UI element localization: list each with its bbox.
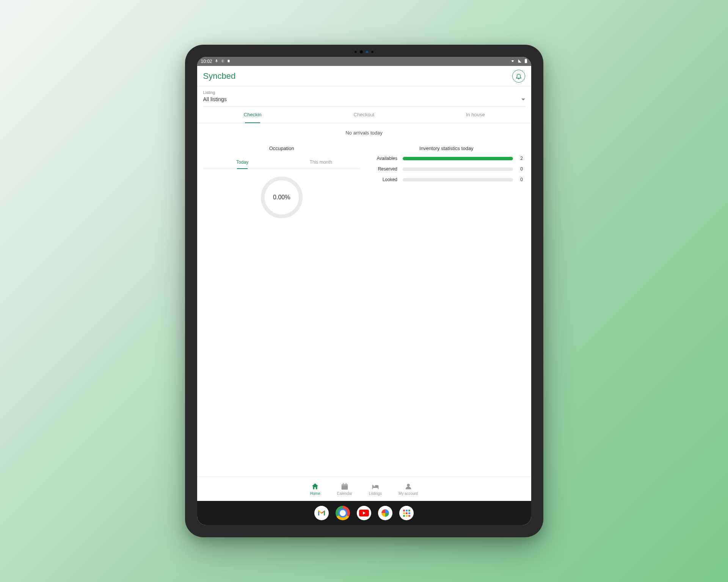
listing-dropdown[interactable]: All listings bbox=[203, 95, 525, 106]
chevron-down-icon bbox=[521, 99, 525, 100]
dock-youtube[interactable] bbox=[357, 506, 371, 520]
nav-listings[interactable]: Listings bbox=[366, 481, 385, 497]
nav-calendar-label: Calendar bbox=[337, 491, 353, 496]
status-tabs: Checkin Checkout In house bbox=[197, 106, 531, 123]
apps-grid-icon bbox=[403, 510, 410, 517]
person-icon bbox=[404, 482, 413, 491]
signal-icon bbox=[518, 59, 522, 64]
svg-rect-1 bbox=[228, 60, 229, 63]
occupation-title: Occupation bbox=[203, 146, 361, 151]
tab-checkout[interactable]: Checkout bbox=[308, 106, 420, 123]
occupation-panel: Occupation Today This month 0.00% bbox=[203, 142, 361, 218]
status-time: 10:02 bbox=[201, 59, 212, 64]
screen: 10:02 bbox=[197, 57, 531, 525]
system-dock bbox=[197, 501, 531, 525]
listing-label: Listing bbox=[203, 90, 525, 95]
occupation-tabs: Today This month bbox=[203, 156, 361, 169]
inventory-label-availables: Availables bbox=[368, 156, 397, 161]
tab-this-month[interactable]: This month bbox=[282, 156, 360, 169]
status-bar: 10:02 bbox=[197, 57, 531, 66]
svg-rect-6 bbox=[343, 483, 344, 485]
nav-account-label: My account bbox=[399, 491, 418, 496]
dock-chrome[interactable] bbox=[336, 506, 350, 520]
wifi-icon bbox=[510, 59, 515, 64]
tab-inhouse[interactable]: In house bbox=[420, 106, 531, 123]
svg-rect-5 bbox=[342, 484, 348, 486]
svg-rect-2 bbox=[525, 59, 527, 63]
photos-icon bbox=[381, 508, 390, 518]
nav-listings-label: Listings bbox=[369, 491, 382, 496]
bottom-nav: Home Calendar Listings My account bbox=[197, 477, 531, 501]
nav-calendar[interactable]: Calendar bbox=[334, 481, 356, 497]
occupation-donut-chart: 0.00% bbox=[261, 177, 303, 218]
bed-icon bbox=[371, 482, 380, 491]
inventory-label-looked: Looked bbox=[368, 177, 397, 182]
nav-account[interactable]: My account bbox=[395, 481, 421, 497]
youtube-icon bbox=[359, 510, 369, 516]
inventory-bar-looked bbox=[403, 178, 513, 181]
svg-point-8 bbox=[407, 484, 410, 487]
empty-state-message: No arrivals today bbox=[197, 123, 531, 142]
listing-selector-section: Listing All listings bbox=[197, 86, 531, 106]
home-icon bbox=[311, 482, 319, 491]
app-title: Syncbed bbox=[203, 71, 236, 81]
svg-rect-3 bbox=[525, 59, 526, 59]
tablet-frame: 10:02 bbox=[185, 45, 543, 537]
nav-home-label: Home bbox=[310, 491, 320, 496]
main-content: Listing All listings Checkin Checkout In… bbox=[197, 86, 531, 477]
inventory-panel: Inventory statistics today Availables 2 … bbox=[368, 142, 525, 218]
inventory-row-availables: Availables 2 bbox=[368, 156, 525, 161]
calendar-icon bbox=[340, 482, 349, 491]
inventory-row-reserved: Reserved 0 bbox=[368, 166, 525, 172]
inventory-label-reserved: Reserved bbox=[368, 166, 397, 172]
gmail-icon bbox=[317, 510, 326, 516]
inventory-row-looked: Looked 0 bbox=[368, 177, 525, 182]
gear-icon bbox=[221, 59, 224, 64]
listing-value: All listings bbox=[203, 96, 227, 102]
mic-icon bbox=[215, 59, 218, 64]
clipboard-icon bbox=[227, 59, 231, 64]
inventory-count-availables: 2 bbox=[518, 156, 525, 161]
bell-icon bbox=[515, 73, 522, 80]
inventory-bar-reserved bbox=[403, 167, 513, 171]
svg-point-0 bbox=[222, 61, 223, 62]
dock-photos[interactable] bbox=[378, 506, 392, 520]
app-header: Syncbed bbox=[197, 66, 531, 86]
inventory-count-looked: 0 bbox=[518, 177, 525, 182]
tab-today[interactable]: Today bbox=[203, 156, 282, 169]
tab-checkin[interactable]: Checkin bbox=[197, 106, 309, 123]
notifications-button[interactable] bbox=[512, 70, 525, 83]
nav-home[interactable]: Home bbox=[307, 481, 323, 497]
battery-icon bbox=[524, 59, 527, 64]
tablet-notch bbox=[341, 50, 387, 54]
dock-apps[interactable] bbox=[399, 506, 414, 520]
svg-rect-7 bbox=[346, 483, 347, 485]
dock-gmail[interactable] bbox=[314, 506, 329, 520]
inventory-bar-availables bbox=[403, 157, 513, 160]
inventory-title: Inventory statistics today bbox=[368, 146, 525, 151]
occupation-percent: 0.00% bbox=[273, 194, 290, 201]
inventory-count-reserved: 0 bbox=[518, 166, 525, 172]
